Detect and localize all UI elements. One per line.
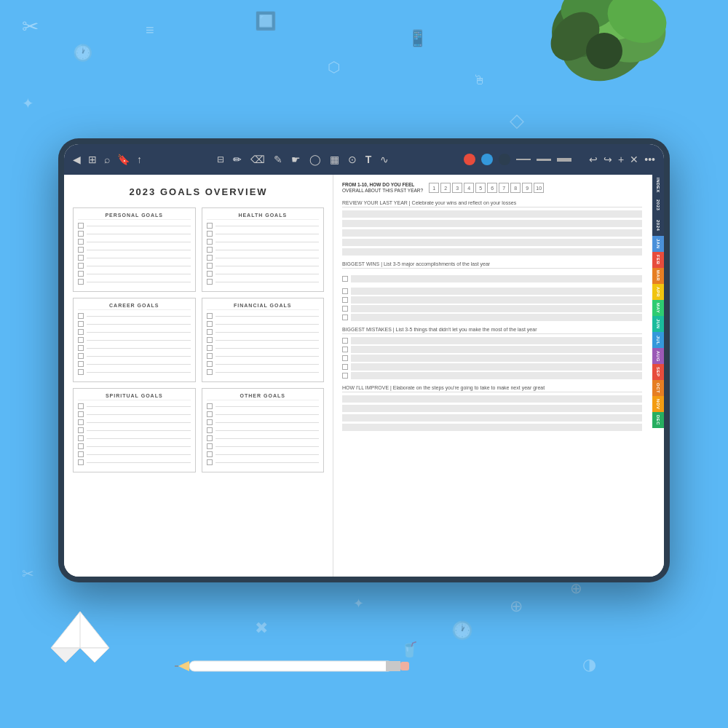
rating-box-7[interactable]: 7: [499, 183, 509, 193]
rating-box-10[interactable]: 10: [534, 183, 544, 193]
rating-box-8[interactable]: 8: [510, 183, 521, 193]
side-tab-feb[interactable]: FEB: [652, 252, 664, 268]
goal-checkbox[interactable]: [207, 345, 213, 351]
improve-line[interactable]: [342, 405, 642, 412]
goal-checkbox[interactable]: [207, 263, 213, 269]
goal-checkbox[interactable]: [78, 369, 84, 375]
win-checkbox[interactable]: [342, 288, 348, 294]
win-checkbox[interactable]: [342, 314, 348, 320]
rating-box-2[interactable]: 2: [440, 183, 451, 193]
goal-checkbox[interactable]: [207, 353, 213, 359]
improve-line[interactable]: [342, 395, 642, 403]
goal-checkbox[interactable]: [207, 231, 213, 237]
blue-color[interactable]: [481, 154, 493, 165]
side-tab-apr[interactable]: APR: [652, 284, 664, 300]
goal-checkbox[interactable]: [207, 329, 213, 335]
side-tab-nov[interactable]: NOV: [652, 396, 664, 412]
more-icon[interactable]: •••: [644, 154, 655, 165]
goal-checkbox[interactable]: [78, 313, 84, 319]
rating-box-5[interactable]: 5: [475, 183, 486, 193]
goal-checkbox[interactable]: [78, 459, 84, 465]
grid-icon[interactable]: ⊞: [88, 154, 97, 165]
goal-checkbox[interactable]: [207, 427, 213, 433]
side-tab-jan[interactable]: JAN: [652, 236, 664, 252]
pen-icon[interactable]: ✏: [233, 154, 242, 165]
goal-checkbox[interactable]: [207, 435, 213, 441]
goal-checkbox[interactable]: [207, 361, 213, 367]
eraser-icon[interactable]: ⌫: [250, 154, 265, 165]
redo-icon[interactable]: ↪: [604, 154, 612, 165]
rating-box-1[interactable]: 1: [429, 183, 439, 193]
search-icon[interactable]: ⌕: [104, 154, 110, 165]
goal-checkbox[interactable]: [207, 313, 213, 319]
lasso-icon[interactable]: ∿: [380, 154, 389, 165]
goal-checkbox[interactable]: [78, 231, 84, 237]
goal-checkbox[interactable]: [207, 459, 213, 465]
rating-box-3[interactable]: 3: [452, 183, 462, 193]
goal-checkbox[interactable]: [78, 451, 84, 457]
image-icon[interactable]: ▦: [330, 154, 339, 165]
rating-box-4[interactable]: 4: [464, 183, 474, 193]
side-tab-jun[interactable]: JUN: [652, 316, 664, 332]
undo-icon[interactable]: ↩: [589, 154, 598, 165]
goal-checkbox[interactable]: [78, 411, 84, 417]
goal-checkbox[interactable]: [78, 247, 84, 253]
goal-checkbox[interactable]: [207, 411, 213, 417]
review-line[interactable]: [342, 229, 642, 237]
goal-checkbox[interactable]: [207, 223, 213, 229]
goal-checkbox[interactable]: [207, 247, 213, 253]
goal-checkbox[interactable]: [78, 271, 84, 277]
add-icon[interactable]: +: [618, 154, 624, 165]
goal-checkbox[interactable]: [78, 427, 84, 433]
goal-checkbox[interactable]: [207, 239, 213, 245]
side-tab-may[interactable]: MAY: [652, 300, 664, 316]
win-checkbox[interactable]: [342, 297, 348, 303]
camera-icon[interactable]: ⊙: [348, 154, 357, 165]
goal-checkbox[interactable]: [207, 271, 213, 277]
layers-icon[interactable]: ⊟: [217, 154, 224, 165]
goal-checkbox[interactable]: [78, 443, 84, 449]
improve-line[interactable]: [342, 414, 642, 422]
goal-checkbox[interactable]: [207, 255, 213, 261]
goal-checkbox[interactable]: [207, 279, 213, 285]
goal-checkbox[interactable]: [207, 419, 213, 425]
side-tab-sep[interactable]: SEP: [652, 364, 664, 380]
medium-line[interactable]: [537, 159, 551, 161]
close-icon[interactable]: ✕: [630, 154, 638, 165]
back-button[interactable]: ◀: [73, 154, 81, 165]
goal-checkbox[interactable]: [207, 443, 213, 449]
improve-line[interactable]: [342, 424, 642, 431]
goal-checkbox[interactable]: [78, 403, 84, 409]
mistake-checkbox[interactable]: [342, 347, 348, 352]
thick-line[interactable]: [557, 158, 571, 162]
side-tab-2024[interactable]: 2024: [652, 215, 664, 236]
side-tab-oct[interactable]: OCT: [652, 380, 664, 396]
goal-checkbox[interactable]: [207, 321, 213, 327]
goal-checkbox[interactable]: [78, 337, 84, 343]
review-line[interactable]: [342, 220, 642, 227]
side-tab-aug[interactable]: AUG: [652, 348, 664, 364]
goal-checkbox[interactable]: [207, 369, 213, 375]
goal-checkbox[interactable]: [207, 451, 213, 457]
mistake-checkbox[interactable]: [342, 338, 348, 344]
shape-icon[interactable]: ◯: [309, 154, 321, 165]
hand-icon[interactable]: ☛: [291, 154, 301, 165]
goal-checkbox[interactable]: [78, 321, 84, 327]
text-icon[interactable]: T: [365, 154, 372, 165]
mistake-checkbox[interactable]: [342, 373, 348, 379]
goal-checkbox[interactable]: [78, 263, 84, 269]
dark-color[interactable]: [499, 154, 510, 165]
review-line[interactable]: [342, 248, 642, 256]
side-tab-jul[interactable]: JUL: [652, 332, 664, 348]
rating-box-9[interactable]: 9: [522, 183, 532, 193]
side-tab-mar[interactable]: MAR: [652, 268, 664, 284]
side-tab-dec[interactable]: DEC: [652, 412, 664, 428]
goal-checkbox[interactable]: [78, 329, 84, 335]
side-tab-2023[interactable]: 2023: [652, 195, 664, 215]
red-color[interactable]: [464, 154, 475, 165]
win-checkbox[interactable]: [342, 306, 348, 312]
goal-checkbox[interactable]: [78, 419, 84, 425]
side-tab-index[interactable]: INDEX: [652, 175, 664, 195]
thin-line[interactable]: [516, 159, 531, 160]
goal-checkbox[interactable]: [78, 353, 84, 359]
